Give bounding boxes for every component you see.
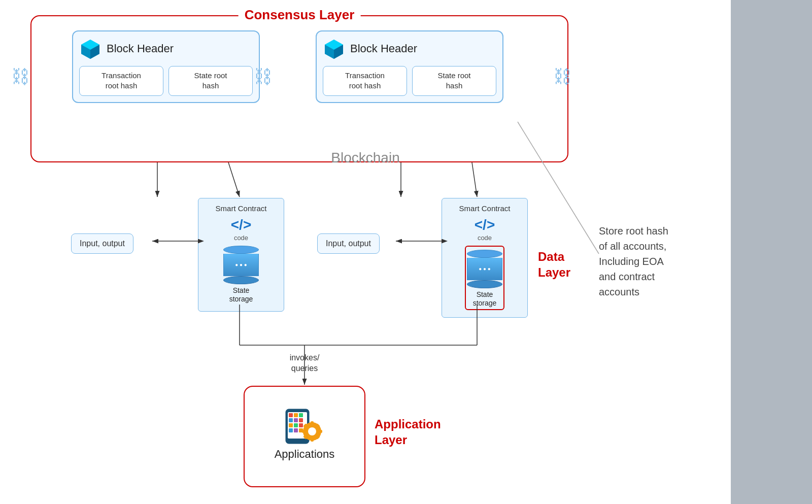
svg-rect-16 [289,423,293,427]
svg-rect-14 [294,418,298,422]
svg-line-35 [228,162,240,197]
svg-rect-11 [294,413,298,417]
chain-link-left: ⛓ [11,66,29,87]
code-icon-left: </> [206,217,277,233]
svg-line-37 [472,162,477,197]
svg-rect-25 [311,438,314,442]
svg-rect-15 [299,418,303,422]
consensus-layer-label: Consensus Layer [239,7,361,23]
block1-container: Block Header Transactionroot hash State … [72,30,260,103]
block1-state-hash: State roothash [168,66,253,96]
db-body-left: ● ● ● [223,254,259,276]
svg-rect-20 [294,428,298,432]
svg-point-23 [308,427,316,435]
svg-rect-18 [299,423,303,427]
svg-rect-10 [289,413,293,417]
data-layer-label: DataLayer [538,249,570,280]
main-content: Consensus Layer Block Header Transaction… [0,0,731,504]
svg-rect-27 [318,430,322,433]
app-label: Applications [275,448,335,461]
svg-rect-26 [302,430,306,433]
smart-contract-left: Smart Contract </> code ● ● ● Statestora… [198,198,284,312]
code-icon-right: </> [449,217,520,233]
block1-tx-hash: Transactionroot hash [79,66,163,96]
chain-link-right: ⛓ [553,66,571,87]
smart-contract-right-label: Smart Contract [449,204,520,214]
smart-contract-right: Smart Contract </> code ● ● ● Statestora… [442,198,528,318]
db-top-right [467,250,502,258]
io-box-right: Input, output [317,233,380,254]
chain-link-middle: ⛓ [254,66,272,87]
db-label-right: Statestorage [473,290,497,308]
io-box-left: Input, output [71,233,133,254]
svg-rect-12 [299,413,303,417]
db-right: ● ● ● Statestorage [467,250,502,308]
app-layer-label: ApplicationLayer [375,416,441,448]
app-icon [282,407,327,448]
db-highlight-right: ● ● ● Statestorage [465,246,504,310]
consensus-layer-box: Consensus Layer Block Header Transaction… [30,15,568,162]
db-dots-left: ● ● ● [235,262,247,267]
svg-rect-24 [311,421,314,425]
app-box: Applications [244,386,365,487]
svg-rect-17 [294,423,298,427]
code-label-left: code [206,234,277,242]
block2-state-hash: State roothash [412,66,496,96]
code-label-right: code [449,234,520,242]
smart-contract-left-label: Smart Contract [206,204,277,214]
blockchain-label: Blockchain [331,150,399,166]
block1-header-label: Block Header [107,42,174,55]
db-label-left: Statestorage [229,286,253,304]
db-bottom-right [467,280,502,288]
store-root-text: Store root hashof all accounts,Including… [599,223,726,299]
block2-header-label: Block Header [350,42,417,55]
cube-icon-2 [323,38,345,60]
block2-tx-hash: Transactionroot hash [323,66,407,96]
block2-container: Block Header Transactionroot hash State … [316,30,503,103]
db-top-left [223,246,259,254]
db-bottom-left [223,276,259,284]
cube-icon-1 [79,38,101,60]
sidebar [731,0,812,504]
svg-rect-13 [289,418,293,422]
db-dots-right: ● ● ● [479,266,491,272]
svg-rect-19 [289,428,293,432]
db-left: ● ● ● Statestorage [206,246,277,304]
db-body-right: ● ● ● [467,258,502,280]
invokes-label: invokes/queries [274,353,335,374]
